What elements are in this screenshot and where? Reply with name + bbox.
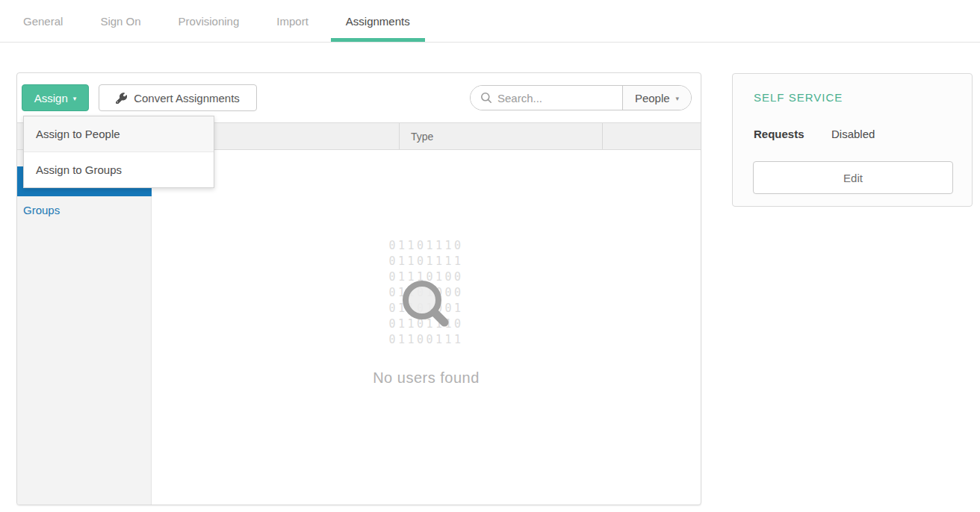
requests-value: Disabled bbox=[831, 128, 875, 140]
search-icon bbox=[480, 92, 492, 104]
app-screen: General Sign On Provisioning Import Assi… bbox=[0, 0, 980, 512]
tab-import[interactable]: Import bbox=[261, 0, 323, 42]
caret-down-icon: ▾ bbox=[73, 96, 77, 102]
assignments-filter-sidebar: Groups bbox=[17, 150, 152, 505]
column-divider bbox=[602, 123, 603, 149]
magnifier-empty-icon bbox=[402, 280, 453, 334]
column-divider bbox=[399, 123, 400, 149]
assign-dropdown-menu: Assign to People Assign to Groups bbox=[23, 116, 214, 188]
binary-line: 01101111 bbox=[152, 254, 701, 269]
column-header-type: Type bbox=[411, 123, 433, 149]
binary-line: 01101110 bbox=[152, 238, 701, 254]
tab-general[interactable]: General bbox=[8, 0, 78, 42]
search-pill: People ▾ bbox=[470, 85, 692, 110]
self-service-title: SELF SERVICE bbox=[754, 91, 843, 104]
menu-item-assign-to-groups[interactable]: Assign to Groups bbox=[24, 152, 214, 187]
binary-line: 01100111 bbox=[152, 332, 701, 348]
convert-assignments-button[interactable]: Convert Assignments bbox=[99, 84, 257, 111]
empty-state-message: No users found bbox=[152, 369, 701, 387]
assign-button-label: Assign bbox=[34, 92, 68, 104]
requests-label: Requests bbox=[754, 128, 804, 140]
sidebar-item-groups[interactable]: Groups bbox=[17, 196, 152, 223]
search-scope-dropdown[interactable]: People ▾ bbox=[622, 86, 691, 110]
edit-button[interactable]: Edit bbox=[753, 161, 953, 194]
wrench-icon bbox=[116, 93, 127, 104]
search-input[interactable] bbox=[497, 92, 610, 104]
assignments-panel: Assign ▾ Convert Assignments People bbox=[16, 72, 701, 505]
app-tab-bar: General Sign On Provisioning Import Assi… bbox=[0, 0, 980, 43]
tab-provisioning[interactable]: Provisioning bbox=[164, 0, 255, 42]
caret-down-icon: ▾ bbox=[676, 95, 680, 102]
convert-assignments-label: Convert Assignments bbox=[134, 92, 240, 104]
empty-state: 01101110 01101111 01110100 01101000 0110… bbox=[152, 150, 701, 505]
assign-button[interactable]: Assign ▾ bbox=[22, 84, 89, 111]
search-scope-value: People bbox=[635, 92, 670, 104]
tab-sign-on[interactable]: Sign On bbox=[85, 0, 155, 42]
tab-assignments[interactable]: Assignments bbox=[331, 0, 425, 42]
search-field-wrap bbox=[471, 86, 622, 110]
self-service-panel: SELF SERVICE Requests Disabled Edit bbox=[732, 73, 973, 207]
menu-item-assign-to-people[interactable]: Assign to People bbox=[24, 116, 214, 152]
